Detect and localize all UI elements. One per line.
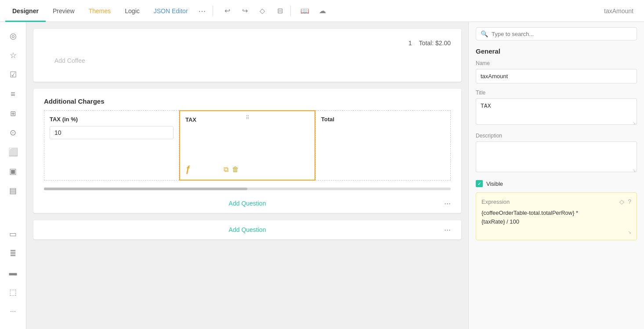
sidebar-icon-text[interactable]: ≣	[4, 245, 22, 262]
add-question-button-2[interactable]: Add Question	[229, 226, 266, 233]
sidebar-icon-list[interactable]: ≡	[4, 85, 22, 103]
clear-button[interactable]: ◇	[255, 4, 269, 18]
table-columns: TAX (in %) ⠿ TAX ƒ ⧉ 🗑	[33, 110, 461, 188]
title-label: Title	[476, 90, 637, 96]
scroll-track[interactable]	[44, 188, 451, 190]
drag-handle[interactable]: ⠿	[246, 115, 250, 121]
resize-handle-desc[interactable]: ↘	[632, 168, 636, 173]
name-label: Name	[476, 60, 637, 66]
visible-label: Visible	[486, 181, 503, 187]
cloud-button[interactable]: ☁	[315, 4, 329, 18]
nav-separator	[213, 6, 213, 16]
nav-toolbar: ↩ ↪ ◇ ⊟	[220, 4, 287, 18]
duplicate-icon[interactable]: ⧉	[224, 166, 228, 174]
tab-preview[interactable]: Preview	[46, 0, 82, 22]
page-title: taxAmount	[604, 7, 639, 14]
right-panel-header: 🔍	[469, 22, 644, 46]
additional-charges-section: Additional Charges TAX (in %) ⠿ TAX ƒ ⧉	[33, 89, 461, 213]
general-section-title: General	[476, 46, 637, 55]
add-question-row-2: Add Question ···	[33, 220, 461, 239]
search-box: 🔍	[476, 27, 637, 40]
tab-json-editor[interactable]: JSON Editor	[147, 0, 195, 22]
sidebar-icon-check[interactable]: ☑	[4, 66, 22, 83]
add-question-row-1: Add Question ···	[33, 194, 461, 213]
title-field-group: Title TAX ↘	[476, 90, 637, 127]
right-panel: 🔍 General Name Title TAX ↘ Descripti	[468, 22, 644, 329]
tab-designer[interactable]: Designer	[5, 0, 46, 22]
delete-icon[interactable]: 🗑	[232, 166, 239, 174]
tab-logic[interactable]: Logic	[118, 0, 146, 22]
left-sidebar: ◎ ☆ ☑ ≡ ⊞ ⊙ ⬜ ▣ ▤ ▭ ≣ ▬ ⬚ ···	[0, 22, 26, 329]
sidebar-icon-image[interactable]: ▣	[4, 163, 22, 180]
more-menu-button[interactable]: ···	[195, 4, 210, 18]
visible-row: ✓ Visible	[476, 180, 637, 187]
title-input[interactable]: TAX	[476, 98, 637, 125]
tab-themes[interactable]: Themes	[82, 0, 118, 22]
resize-handle-title[interactable]: ↘	[632, 120, 636, 125]
section-menu-dots-1[interactable]: ···	[444, 199, 451, 208]
sidebar-icon-panel[interactable]: ▤	[4, 182, 22, 199]
top-nav: Designer Preview Themes Logic JSON Edito…	[0, 0, 644, 22]
visible-checkbox[interactable]: ✓	[476, 180, 483, 187]
col-label-total: Total	[321, 116, 445, 123]
sidebar-icon-bar[interactable]: ▬	[4, 264, 22, 282]
top-section: 1 Total: $2.00 Add Coffee	[33, 29, 461, 82]
description-label: Description	[476, 133, 637, 139]
expression-content[interactable]: {coffeeOrderTable-total.totalPerRow} * {…	[481, 209, 631, 226]
sidebar-icon-component[interactable]: ⊙	[4, 124, 22, 141]
sidebar-icon-input[interactable]: ▭	[4, 225, 22, 243]
formula-icon[interactable]: ƒ	[185, 164, 190, 174]
panel-section-general: General Name Title TAX ↘ Description ↘	[469, 46, 644, 247]
add-coffee-placeholder[interactable]: Add Coffee	[44, 50, 451, 75]
sidebar-icon-target[interactable]: ◎	[4, 27, 22, 45]
section-menu-dots-2[interactable]: ···	[444, 225, 451, 235]
search-icon: 🔍	[481, 30, 488, 37]
expression-box: Expression ◇ ? {coffeeOrderTable-total.t…	[476, 192, 637, 240]
description-field-group: Description ↘	[476, 133, 637, 174]
redo-button[interactable]: ↪	[238, 4, 252, 18]
expression-clear-icon[interactable]: ◇	[619, 198, 624, 205]
expression-actions: ◇ ?	[619, 198, 631, 205]
total-value: Total: $2.00	[419, 40, 451, 47]
main-layout: ◎ ☆ ☑ ≡ ⊞ ⊙ ⬜ ▣ ▤ ▭ ≣ ▬ ⬚ ··· 1 Total: $…	[0, 22, 644, 329]
name-field-group: Name	[476, 60, 637, 83]
check-mark: ✓	[478, 181, 481, 186]
nav-toolbar-2: 📖 ☁	[298, 4, 329, 18]
sidebar-icon-star[interactable]: ☆	[4, 47, 22, 64]
book-button[interactable]: 📖	[298, 4, 312, 18]
scroll-thumb	[44, 188, 247, 190]
expression-help-icon[interactable]: ?	[628, 198, 631, 205]
bottom-section: Add Question ···	[33, 220, 461, 239]
settings-button[interactable]: ⊟	[273, 4, 287, 18]
sidebar-icon-folder[interactable]: ⬜	[4, 143, 22, 161]
col-input-tax-percent[interactable]	[50, 126, 174, 139]
canvas-area: 1 Total: $2.00 Add Coffee Additional Cha…	[26, 22, 468, 329]
sidebar-icon-frame[interactable]: ⬚	[4, 283, 22, 301]
undo-button[interactable]: ↩	[220, 4, 234, 18]
expression-header: Expression ◇ ?	[481, 198, 631, 205]
add-question-button-1[interactable]: Add Question	[229, 200, 266, 207]
sidebar-icon-table[interactable]: ⊞	[4, 105, 22, 122]
expression-label: Expression	[481, 199, 510, 205]
search-input[interactable]	[492, 31, 632, 37]
table-col-tax[interactable]: ⠿ TAX ƒ ⧉ 🗑	[179, 110, 315, 181]
description-input[interactable]	[476, 141, 637, 172]
section-title: Additional Charges	[33, 89, 461, 110]
table-col-total[interactable]: Total	[315, 110, 451, 181]
sidebar-icon-more[interactable]: ···	[4, 303, 22, 320]
col-label-tax-percent: TAX (in %)	[50, 116, 174, 123]
expression-resize-handle[interactable]: ↘	[481, 230, 631, 235]
nav-separator-2	[290, 6, 291, 16]
name-input[interactable]	[476, 69, 637, 83]
quantity-value: 1	[409, 40, 412, 47]
col-actions: ƒ ⧉ 🗑	[185, 164, 239, 174]
table-col-tax-percent[interactable]: TAX (in %)	[44, 110, 179, 181]
